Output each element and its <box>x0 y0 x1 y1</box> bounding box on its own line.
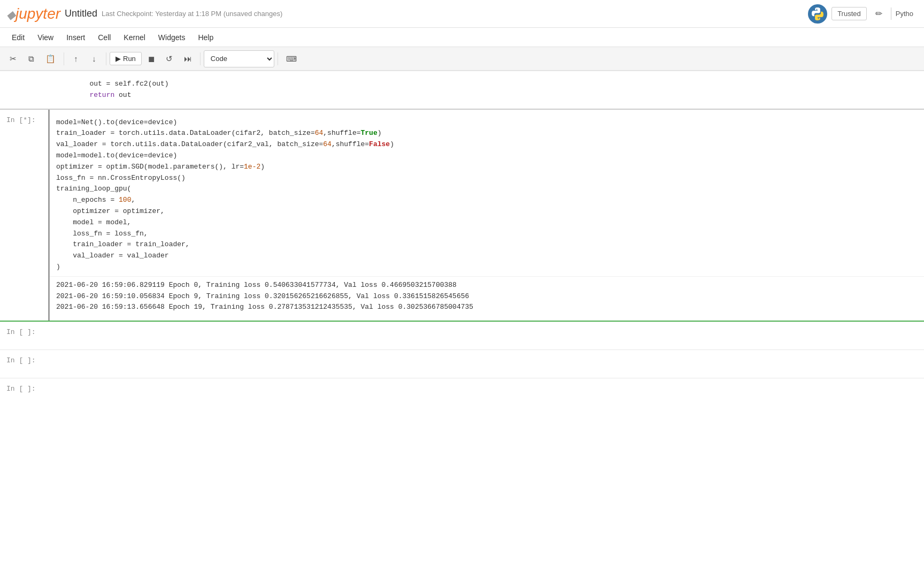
cut-button[interactable]: ✂ <box>4 50 21 67</box>
keyboard-shortcuts-button[interactable]: ⌨ <box>281 50 302 67</box>
cell-empty-2-label: In [ ]: <box>0 350 48 378</box>
cell-empty-3-label: In [ ]: <box>0 378 48 406</box>
toolbar-separator-3 <box>200 52 201 65</box>
cell-previous-code: out = self.fc2(out) return out <box>50 75 924 104</box>
svg-point-0 <box>808 4 827 24</box>
menu-insert[interactable]: Insert <box>61 31 90 44</box>
header: ◆jupyter Untitled Last Checkpoint: Yeste… <box>0 0 924 28</box>
cell-running-output: 2021-06-20 16:59:06.829119 Epoch 0, Trai… <box>50 276 924 316</box>
menu-help[interactable]: Help <box>192 31 219 44</box>
menu-view[interactable]: View <box>32 31 59 44</box>
cell-previous-label <box>0 71 48 109</box>
cell-running-code: model=Net().to(device=device) train_load… <box>50 114 924 276</box>
copy-button[interactable]: ⧉ <box>22 50 40 67</box>
cell-running-label: In [*]: <box>0 110 48 321</box>
cell-empty-3-code <box>50 383 924 402</box>
cell-running: In [*]: model=Net().to(device=device) tr… <box>0 109 924 321</box>
checkpoint-info: Last Checkpoint: Yesterday at 1:18 PM (u… <box>102 10 282 18</box>
menubar: Edit View Insert Cell Kernel Widgets Hel… <box>0 28 924 47</box>
python-logo <box>808 4 827 24</box>
menu-cell[interactable]: Cell <box>93 31 116 44</box>
run-button[interactable]: ▶ Run <box>110 52 142 65</box>
notebook-title[interactable]: Untitled <box>65 8 97 19</box>
header-right: Trusted ✏ Pytho <box>808 4 918 24</box>
toolbar-separator-2 <box>106 52 106 65</box>
cell-empty-3-content[interactable] <box>48 378 924 406</box>
jupyter-logo: ◆jupyter <box>6 5 60 22</box>
cell-type-select[interactable]: Code Markdown Raw NBConvert <box>204 50 274 67</box>
menu-widgets[interactable]: Widgets <box>153 31 191 44</box>
cell-empty-2-code <box>50 354 924 374</box>
cell-previous-input: out = self.fc2(out) return out <box>0 71 924 109</box>
menu-edit[interactable]: Edit <box>6 31 30 44</box>
stop-button[interactable]: ◼ <box>143 50 160 67</box>
cell-empty-2-input: In [ ]: <box>0 350 924 378</box>
toolbar: ✂ ⧉ 📋 ↑ ↓ ▶ Run ◼ ↺ ⏭ Code Markdown Raw … <box>0 47 924 71</box>
cell-empty-1-label: In [ ]: <box>0 322 48 349</box>
edit-pencil-button[interactable]: ✏ <box>871 6 887 21</box>
kernel-name: Pytho <box>891 7 918 20</box>
notebook-area: out = self.fc2(out) return out In [*]: m… <box>0 71 924 406</box>
move-down-button[interactable]: ↓ <box>86 50 103 67</box>
cell-empty-1: In [ ]: <box>0 321 924 349</box>
cell-previous: out = self.fc2(out) return out <box>0 71 924 109</box>
cell-running-input: In [*]: model=Net().to(device=device) tr… <box>0 110 924 321</box>
cell-running-content[interactable]: model=Net().to(device=device) train_load… <box>48 110 924 321</box>
cell-previous-content[interactable]: out = self.fc2(out) return out <box>48 71 924 109</box>
restart-button[interactable]: ↺ <box>161 50 178 67</box>
run-icon: ▶ <box>116 55 121 63</box>
cell-empty-3: In [ ]: <box>0 378 924 406</box>
cell-empty-2-content[interactable] <box>48 350 924 378</box>
restart-run-all-button[interactable]: ⏭ <box>179 50 197 67</box>
cell-empty-1-input: In [ ]: <box>0 322 924 349</box>
cell-empty-1-code <box>50 326 924 345</box>
trusted-button[interactable]: Trusted <box>831 7 867 20</box>
cell-empty-3-input: In [ ]: <box>0 378 924 406</box>
menu-kernel[interactable]: Kernel <box>118 31 150 44</box>
toolbar-separator-4 <box>278 52 278 65</box>
cell-empty-1-content[interactable] <box>48 322 924 349</box>
move-up-button[interactable]: ↑ <box>67 50 84 67</box>
run-label: Run <box>123 55 136 63</box>
cell-empty-2: In [ ]: <box>0 349 924 378</box>
toolbar-separator-1 <box>64 52 64 65</box>
paste-button[interactable]: 📋 <box>41 50 60 67</box>
